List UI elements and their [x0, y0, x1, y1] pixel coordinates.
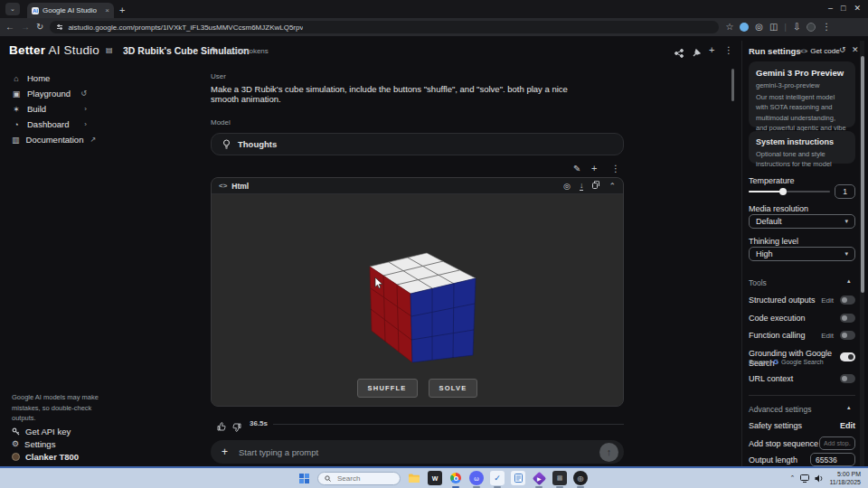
taskbar-search-input[interactable] — [335, 474, 390, 483]
browser-tab[interactable]: AI Google AI Studio × — [27, 3, 114, 18]
structured-outputs-toggle[interactable] — [840, 296, 855, 305]
profile-badge-icon[interactable] — [740, 23, 749, 32]
playground-icon: ▣ — [12, 89, 21, 99]
forward-icon[interactable]: → — [21, 23, 30, 32]
notes-app-icon[interactable] — [511, 471, 525, 485]
html-render-area[interactable]: SHUFFLE SOLVE — [212, 194, 623, 407]
feedback-divider — [273, 424, 624, 425]
tab-title: Google AI Studio — [42, 6, 101, 14]
media-resolution-select[interactable]: Default ▾ — [749, 214, 855, 229]
w-app-icon[interactable]: W — [428, 471, 442, 485]
reload-icon[interactable]: ↻ — [36, 23, 43, 32]
attach-plus-icon[interactable]: + — [222, 446, 228, 458]
download-icon[interactable]: ↓ — [580, 182, 584, 191]
get-code-link[interactable]: <> Get code — [800, 47, 840, 55]
thumbs-down-icon[interactable] — [232, 419, 241, 436]
new-tab-button[interactable]: + — [119, 5, 125, 15]
pin-icon[interactable] — [692, 45, 701, 61]
url-context-toggle[interactable] — [840, 374, 855, 383]
rubiks-cube[interactable] — [363, 247, 481, 369]
collapse-tools-icon[interactable]: ▴ — [847, 277, 851, 285]
tab-search-menu-icon[interactable]: ⌄ — [5, 3, 20, 15]
site-info-icon[interactable] — [56, 23, 63, 31]
edit-response-icon[interactable]: ✎ — [573, 164, 580, 174]
start-button[interactable] — [297, 471, 311, 485]
token-count: 3,025 tokens — [227, 47, 269, 55]
window-maximize-icon[interactable]: □ — [841, 4, 845, 13]
sidebar-item-dashboard[interactable]: ◔ Dashboard › — [0, 117, 99, 132]
header-menu-icon[interactable]: ⋮ — [724, 45, 733, 55]
sidebar-item-build[interactable]: ✶ Build › — [0, 101, 99, 117]
preview-toggle-icon[interactable]: ◎ — [563, 182, 571, 191]
target-icon[interactable]: ◎ — [755, 23, 763, 32]
structured-outputs-edit[interactable]: Edit — [821, 296, 834, 305]
downloads-icon[interactable]: ⇩ — [793, 23, 800, 32]
main-scrollbar[interactable] — [731, 69, 734, 101]
thumbs-up-icon[interactable] — [217, 418, 226, 435]
system-instructions-card[interactable]: System instructions Optional tone and st… — [749, 131, 855, 164]
taskbar-search[interactable] — [317, 472, 401, 485]
collapse-icon[interactable]: ⌃ — [609, 182, 616, 191]
address-bar[interactable]: aistudio.google.com/prompts/1IVXkT_iFL35… — [50, 21, 719, 33]
discord-icon[interactable]: ω — [469, 471, 484, 485]
purple-app-icon[interactable]: ▶ — [532, 471, 546, 485]
output-length-input[interactable]: 65536 — [810, 453, 855, 466]
reset-settings-icon[interactable]: ↺ — [839, 45, 846, 54]
app-logo[interactable]: Better AI Studio — [9, 43, 99, 57]
todo-check-icon[interactable]: ✓ — [490, 471, 505, 485]
get-api-key-link[interactable]: Get API key — [12, 425, 71, 437]
response-menu-icon[interactable]: ⋮ — [611, 164, 620, 174]
tab-favicon: AI — [32, 7, 39, 14]
sidebar-item-playground[interactable]: ▣ Playground ↺ — [0, 86, 99, 101]
close-panel-icon[interactable]: ✕ — [852, 45, 859, 54]
settings-link[interactable]: ⚙ Settings — [12, 437, 55, 450]
code-execution-toggle[interactable] — [840, 314, 855, 323]
back-icon[interactable]: ← — [5, 23, 14, 32]
sidebar-item-home[interactable]: ⌂ Home — [0, 70, 99, 86]
account-link[interactable]: Clanker T800 — [12, 450, 79, 463]
bookmark-star-icon[interactable]: ☆ — [725, 23, 733, 32]
sidebar-item-documentation[interactable]: ▥ Documentation ↗ — [0, 132, 99, 147]
network-icon[interactable] — [800, 474, 809, 483]
function-calling-toggle[interactable] — [840, 331, 855, 340]
share-icon[interactable] — [675, 45, 684, 61]
tray-expand-icon[interactable]: ⌃ — [790, 474, 796, 482]
obs-icon[interactable]: ◎ — [573, 471, 588, 485]
thinking-level-select[interactable]: High ▾ — [749, 247, 855, 261]
solve-button[interactable]: SOLVE — [429, 379, 478, 398]
tab-close-icon[interactable]: × — [105, 6, 109, 14]
model-card[interactable]: Gemini 3 Pro Preview gemini-3-pro-previe… — [749, 61, 855, 127]
edit-title-icon[interactable]: ✎ — [211, 45, 218, 55]
volume-icon[interactable] — [815, 474, 824, 483]
chrome-icon[interactable] — [448, 471, 463, 485]
avatar-icon[interactable] — [807, 23, 816, 32]
browser-menu-icon[interactable]: ⋮ — [822, 23, 831, 32]
response-time: 36.5s — [250, 419, 268, 427]
temperature-slider-thumb[interactable] — [779, 188, 787, 195]
thoughts-card[interactable]: Thoughts — [211, 133, 624, 155]
grounding-toggle[interactable] — [840, 352, 855, 361]
run-button[interactable]: ↑ — [599, 443, 618, 462]
dark-app-icon[interactable]: ▩ — [552, 471, 567, 485]
prompt-input-bar[interactable]: + ↑ — [211, 440, 624, 464]
stop-sequence-input[interactable] — [819, 436, 855, 450]
window-minimize-icon[interactable]: – — [828, 4, 833, 13]
safety-settings-edit[interactable]: Edit — [840, 421, 855, 430]
copy-icon[interactable] — [592, 181, 599, 191]
collapse-advanced-icon[interactable]: ▴ — [847, 404, 851, 411]
file-explorer-icon[interactable] — [407, 471, 421, 485]
history-icon[interactable]: ↺ — [80, 89, 87, 98]
temperature-value[interactable]: 1 — [835, 184, 855, 199]
media-resolution-label: Media resolution — [749, 204, 808, 213]
window-close-icon[interactable]: ✕ — [854, 4, 861, 13]
extensions-icon[interactable]: ◫ — [769, 23, 778, 32]
function-calling-edit[interactable]: Edit — [821, 332, 834, 340]
prompt-input[interactable] — [237, 446, 590, 458]
html-card-header: <> Html ◎ ↓ ⌃ — [212, 178, 623, 194]
system-tray: ⌃ 5:00 PM 11/18/2025 — [790, 470, 868, 487]
shuffle-button[interactable]: SHUFFLE — [357, 379, 418, 398]
add-icon[interactable]: + — [709, 44, 714, 55]
clock[interactable]: 5:00 PM 11/18/2025 — [829, 470, 861, 487]
panel-scrollbar-thumb[interactable] — [861, 56, 864, 293]
add-to-prompt-icon[interactable]: + — [591, 163, 597, 174]
